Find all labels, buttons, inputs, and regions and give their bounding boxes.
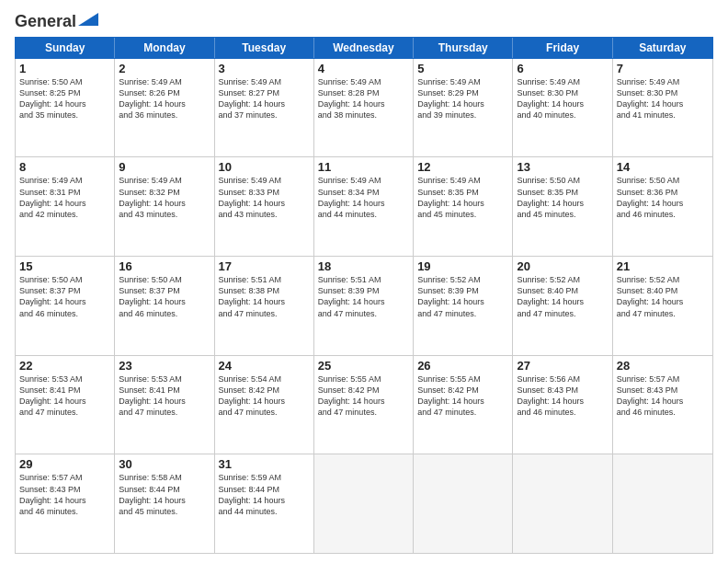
cell-info-line: Sunrise: 5:50 AM [517, 175, 608, 186]
calendar-cell: 2Sunrise: 5:49 AMSunset: 8:26 PMDaylight… [115, 59, 214, 157]
calendar-cell: 16Sunrise: 5:50 AMSunset: 8:37 PMDayligh… [115, 257, 214, 355]
cell-info-line: Sunset: 8:30 PM [617, 87, 709, 98]
day-number: 22 [19, 359, 110, 373]
calendar-cell: 1Sunrise: 5:50 AMSunset: 8:25 PMDaylight… [16, 59, 115, 157]
day-number: 31 [219, 457, 310, 471]
cell-info-line: Sunset: 8:26 PM [119, 87, 210, 98]
cell-info-line: Sunrise: 5:49 AM [318, 76, 409, 87]
cell-info-line: Daylight: 14 hours [617, 98, 709, 109]
calendar-cell [314, 454, 414, 553]
cell-info-line: Sunset: 8:25 PM [19, 87, 110, 98]
cell-info-line: Sunrise: 5:57 AM [617, 373, 709, 385]
calendar-cell: 21Sunrise: 5:52 AMSunset: 8:40 PMDayligh… [613, 257, 712, 355]
cell-info-line: and 47 minutes. [417, 308, 508, 319]
svg-marker-0 [78, 13, 98, 26]
cell-info-line: Daylight: 14 hours [417, 198, 508, 209]
cell-info-line: Daylight: 14 hours [119, 296, 210, 307]
calendar-cell: 11Sunrise: 5:49 AMSunset: 8:34 PMDayligh… [314, 157, 414, 256]
cell-info-line: and 41 minutes. [617, 109, 709, 121]
cell-info-line: Daylight: 14 hours [417, 396, 508, 407]
cell-info-line: Sunrise: 5:49 AM [219, 175, 310, 186]
day-number: 2 [119, 62, 210, 75]
cell-info-line: Sunset: 8:42 PM [219, 385, 310, 396]
cell-info-line: and 45 minutes. [417, 209, 508, 220]
cell-info-line: Sunrise: 5:59 AM [219, 472, 310, 483]
cell-info-line: Daylight: 14 hours [318, 98, 409, 109]
cell-info-line: Sunrise: 5:54 AM [219, 373, 310, 385]
cell-info-line: and 46 minutes. [517, 407, 608, 418]
cell-info-line: Sunset: 8:41 PM [119, 385, 210, 396]
day-number: 27 [517, 359, 608, 373]
day-number: 24 [219, 359, 310, 373]
cell-info-line: and 47 minutes. [417, 407, 508, 418]
calendar-cell: 20Sunrise: 5:52 AMSunset: 8:40 PMDayligh… [513, 257, 612, 355]
cell-info-line: and 47 minutes. [617, 308, 709, 319]
calendar-cell: 6Sunrise: 5:49 AMSunset: 8:30 PMDaylight… [513, 59, 612, 157]
cell-info-line: Daylight: 14 hours [517, 198, 608, 209]
cell-info-line: and 39 minutes. [417, 109, 508, 121]
cell-info-line: and 37 minutes. [219, 109, 310, 121]
cell-info-line: Sunrise: 5:53 AM [119, 373, 210, 385]
cell-info-line: and 35 minutes. [19, 109, 110, 121]
cell-info-line: Sunrise: 5:49 AM [417, 175, 508, 186]
cell-info-line: Sunrise: 5:52 AM [417, 274, 508, 285]
day-number: 30 [119, 457, 210, 471]
day-number: 10 [219, 160, 310, 174]
cell-info-line: and 43 minutes. [219, 209, 310, 220]
cell-info-line: Sunset: 8:37 PM [119, 285, 210, 296]
cell-info-line: Sunrise: 5:58 AM [119, 472, 210, 483]
calendar-row: 22Sunrise: 5:53 AMSunset: 8:41 PMDayligh… [16, 356, 712, 455]
cell-info-line: Daylight: 14 hours [318, 396, 409, 407]
day-number: 11 [318, 160, 409, 174]
day-number: 3 [219, 62, 310, 75]
calendar-cell [414, 454, 513, 553]
header-cell-wednesday: Wednesday [314, 38, 414, 58]
calendar-cell: 4Sunrise: 5:49 AMSunset: 8:28 PMDaylight… [314, 59, 414, 157]
header-cell-thursday: Thursday [414, 38, 513, 58]
calendar-row: 8Sunrise: 5:49 AMSunset: 8:31 PMDaylight… [16, 157, 712, 257]
cell-info-line: and 46 minutes. [119, 308, 210, 319]
cell-info-line: Daylight: 14 hours [219, 396, 310, 407]
cell-info-line: Sunrise: 5:55 AM [417, 373, 508, 385]
calendar-cell: 31Sunrise: 5:59 AMSunset: 8:44 PMDayligh… [215, 454, 314, 553]
day-number: 13 [517, 160, 608, 174]
day-number: 21 [617, 259, 709, 273]
cell-info-line: Daylight: 14 hours [219, 495, 310, 506]
logo-general: General [15, 12, 76, 30]
cell-info-line: Sunset: 8:37 PM [19, 285, 110, 296]
day-number: 1 [19, 62, 110, 75]
cell-info-line: Daylight: 14 hours [318, 198, 409, 209]
cell-info-line: Daylight: 14 hours [19, 198, 110, 209]
calendar-cell: 28Sunrise: 5:57 AMSunset: 8:43 PMDayligh… [613, 356, 712, 454]
cell-info-line: Daylight: 14 hours [219, 98, 310, 109]
cell-info-line: Daylight: 14 hours [119, 396, 210, 407]
cell-info-line: Sunrise: 5:49 AM [219, 76, 310, 87]
day-number: 9 [119, 160, 210, 174]
cell-info-line: Sunset: 8:43 PM [517, 385, 608, 396]
page: General SundayMondayTuesdayWednesdayThur… [0, 0, 728, 563]
cell-info-line: Sunset: 8:42 PM [318, 385, 409, 396]
cell-info-line: and 47 minutes. [219, 308, 310, 319]
calendar-row: 29Sunrise: 5:57 AMSunset: 8:43 PMDayligh… [16, 454, 712, 553]
cell-info-line: Sunrise: 5:55 AM [318, 373, 409, 385]
cell-info-line: Daylight: 14 hours [318, 296, 409, 307]
calendar-cell: 3Sunrise: 5:49 AMSunset: 8:27 PMDaylight… [215, 59, 314, 157]
cell-info-line: Sunrise: 5:50 AM [119, 274, 210, 285]
calendar-row: 15Sunrise: 5:50 AMSunset: 8:37 PMDayligh… [16, 257, 712, 356]
calendar-cell: 9Sunrise: 5:49 AMSunset: 8:32 PMDaylight… [115, 157, 214, 256]
cell-info-line: Sunrise: 5:56 AM [517, 373, 608, 385]
cell-info-line: and 46 minutes. [617, 209, 709, 220]
cell-info-line: Sunrise: 5:51 AM [318, 274, 409, 285]
cell-info-line: Sunset: 8:31 PM [19, 187, 110, 198]
logo-text: General [15, 13, 76, 31]
calendar-cell: 17Sunrise: 5:51 AMSunset: 8:38 PMDayligh… [215, 257, 314, 355]
cell-info-line: Sunset: 8:38 PM [219, 285, 310, 296]
cell-info-line: Sunrise: 5:49 AM [119, 175, 210, 186]
day-number: 18 [318, 259, 409, 273]
cell-info-line: Sunrise: 5:52 AM [517, 274, 608, 285]
day-number: 23 [119, 359, 210, 373]
cell-info-line: Daylight: 14 hours [119, 198, 210, 209]
calendar: SundayMondayTuesdayWednesdayThursdayFrid… [15, 37, 713, 554]
calendar-body: 1Sunrise: 5:50 AMSunset: 8:25 PMDaylight… [15, 59, 713, 554]
cell-info-line: Sunset: 8:39 PM [417, 285, 508, 296]
